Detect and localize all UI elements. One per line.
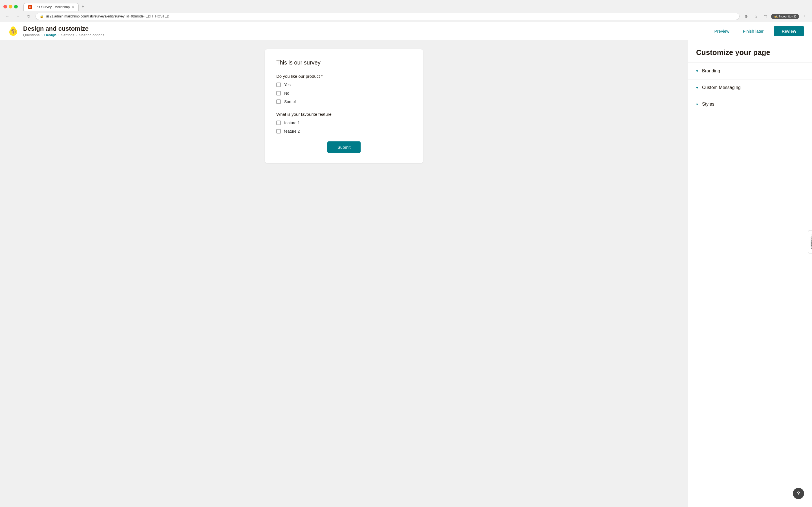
back-button[interactable]: ← <box>3 12 11 20</box>
browser-titlebar: M Edit Survey | Mailchimp × + <box>0 0 812 11</box>
page-title: Design and customize <box>23 25 104 33</box>
app-header: 🐒 Design and customize Questions › Desig… <box>0 22 812 40</box>
browser-chrome: M Edit Survey | Mailchimp × + ← → ↻ 🔒 us… <box>0 0 812 22</box>
option-label-yes: Yes <box>284 82 291 87</box>
breadcrumb-settings[interactable]: Settings <box>61 33 74 37</box>
submit-button[interactable]: Submit <box>327 142 361 153</box>
review-button[interactable]: Review <box>774 26 804 36</box>
tab-title: Edit Survey | Mailchimp <box>35 5 70 9</box>
feedback-label: Feedback <box>810 234 812 249</box>
traffic-light-maximize[interactable] <box>14 5 18 8</box>
chevron-down-icon-branding: ▾ <box>696 69 698 73</box>
accordion-styles-label: Styles <box>702 102 714 107</box>
survey-option-yes: Yes <box>276 82 412 87</box>
split-view-icon[interactable]: ▢ <box>762 12 769 20</box>
breadcrumb: Questions › Design › Settings › Sharing … <box>23 33 104 37</box>
survey-option-feature2: feature 2 <box>276 129 412 133</box>
survey-card: This is our survey Do you like our produ… <box>265 49 423 163</box>
mailchimp-logo: 🐒 <box>8 26 18 37</box>
breadcrumb-sep-1: › <box>42 33 43 37</box>
accordion-custom-messaging-header[interactable]: ▾ Custom Messaging <box>688 79 812 96</box>
tab-favicon: M <box>28 5 32 9</box>
browser-nav-bar: ← → ↻ 🔒 us21.admin.mailchimp.com/lists/s… <box>0 11 812 22</box>
new-tab-button[interactable]: + <box>79 2 87 11</box>
incognito-icon: 🕵 <box>774 15 778 18</box>
survey-question-2: What is your favourite feature <box>276 112 412 117</box>
checkbox-no[interactable] <box>276 91 281 96</box>
svg-text:🐒: 🐒 <box>11 29 16 34</box>
forward-button[interactable]: → <box>14 12 22 20</box>
breadcrumb-sep-2: › <box>58 33 59 37</box>
accordion-branding-header[interactable]: ▾ Branding <box>688 63 812 79</box>
traffic-light-minimize[interactable] <box>9 5 12 8</box>
survey-question-1: Do you like our product * <box>276 74 412 78</box>
preview-button[interactable]: Preview <box>711 26 733 36</box>
checkbox-sortof[interactable] <box>276 100 281 104</box>
address-bar[interactable]: 🔒 us21.admin.mailchimp.com/lists/surveys… <box>36 13 740 20</box>
traffic-lights <box>3 5 18 8</box>
main-layout: This is our survey Do you like our produ… <box>0 40 812 507</box>
lock-icon: 🔒 <box>40 15 44 18</box>
feedback-tab[interactable]: Feedback <box>808 230 812 253</box>
traffic-light-close[interactable] <box>3 5 7 8</box>
address-url: us21.admin.mailchimp.com/lists/surveys/e… <box>46 14 169 18</box>
reload-button[interactable]: ↻ <box>25 12 33 20</box>
extension-icon[interactable]: ⚙ <box>742 12 750 20</box>
breadcrumb-questions[interactable]: Questions <box>23 33 40 37</box>
panel-title: Customize your page <box>688 40 812 62</box>
active-tab[interactable]: M Edit Survey | Mailchimp × <box>23 3 79 11</box>
survey-section-1: Do you like our product * Yes No Sort of <box>276 74 412 104</box>
header-left: 🐒 Design and customize Questions › Desig… <box>8 25 104 37</box>
header-title-area: Design and customize Questions › Design … <box>23 25 104 37</box>
tab-close-button[interactable]: × <box>72 5 74 9</box>
survey-option-feature1: feature 1 <box>276 121 412 125</box>
survey-option-no: No <box>276 91 412 96</box>
right-panel: Customize your page ▾ Branding ▾ Custom … <box>688 40 812 507</box>
survey-title: This is our survey <box>276 59 412 66</box>
checkbox-yes[interactable] <box>276 82 281 87</box>
help-button[interactable]: ? <box>793 488 804 499</box>
option-label-feature2: feature 2 <box>284 129 300 133</box>
option-label-sortof: Sort of <box>284 100 296 104</box>
accordion-custom-messaging: ▾ Custom Messaging <box>688 79 812 96</box>
accordion-custom-messaging-label: Custom Messaging <box>702 85 741 90</box>
survey-submit-row: Submit <box>276 142 412 153</box>
checkbox-feature1[interactable] <box>276 121 281 125</box>
chevron-down-icon-styles: ▾ <box>696 102 698 107</box>
option-label-no: No <box>284 91 289 96</box>
header-right: Preview Finish later Review <box>711 26 804 36</box>
survey-section-2: What is your favourite feature feature 1… <box>276 112 412 133</box>
browser-nav-extras: ⚙ ☆ ▢ 🕵 Incognito (2) ⋮ <box>742 12 809 20</box>
bookmark-icon[interactable]: ☆ <box>752 12 760 20</box>
survey-option-sortof: Sort of <box>276 100 412 104</box>
accordion-branding-label: Branding <box>702 68 720 73</box>
breadcrumb-sep-3: › <box>76 33 77 37</box>
accordion-styles-header[interactable]: ▾ Styles <box>688 96 812 112</box>
option-label-feature1: feature 1 <box>284 121 300 125</box>
breadcrumb-design[interactable]: Design <box>44 33 56 37</box>
tab-bar: M Edit Survey | Mailchimp × + <box>23 2 809 11</box>
survey-preview-area: This is our survey Do you like our produ… <box>0 40 688 507</box>
chevron-down-icon-messaging: ▾ <box>696 86 698 90</box>
breadcrumb-sharing-options[interactable]: Sharing options <box>79 33 104 37</box>
incognito-label: Incognito (2) <box>779 15 796 18</box>
incognito-badge: 🕵 Incognito (2) <box>771 14 799 19</box>
finish-later-button[interactable]: Finish later <box>740 26 767 36</box>
accordion-styles: ▾ Styles <box>688 96 812 112</box>
accordion-branding: ▾ Branding <box>688 62 812 79</box>
browser-menu-button[interactable]: ⋮ <box>801 12 809 20</box>
checkbox-feature2[interactable] <box>276 129 281 133</box>
